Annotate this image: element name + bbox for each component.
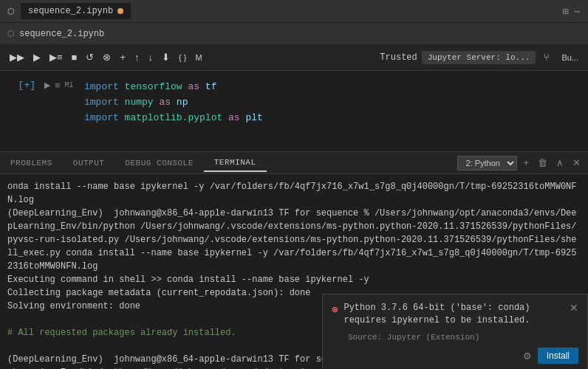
alias-3: plt: [245, 112, 262, 123]
as-2: as: [159, 97, 176, 108]
as-3: as: [228, 112, 245, 123]
cell-area: [+] ▶ ≡ Mi import tensorflow as tf impor…: [0, 71, 588, 152]
error-icon: ⊗: [332, 303, 338, 318]
tab-problems[interactable]: PROBLEMS: [0, 155, 63, 171]
move-up-button[interactable]: ↑: [131, 49, 143, 65]
notification-settings-button[interactable]: ⚙: [523, 351, 532, 362]
notebook-tab[interactable]: sequence_2.ipynb: [21, 3, 131, 19]
move-down-button[interactable]: ↓: [145, 49, 157, 65]
keyword-1: import: [84, 81, 125, 92]
module-1: tensorflow: [125, 81, 188, 92]
busy-indicator[interactable]: Bu...: [558, 51, 582, 64]
export-button[interactable]: ⬇: [158, 49, 174, 65]
variable-explorer-button[interactable]: { }: [175, 51, 190, 64]
cell-gutter: [+]: [0, 77, 44, 91]
menu-bar: ⬡ sequence_2.ipynb: [0, 22, 588, 44]
notification-header: ⊗ Python 3.7.6 64-bit ('base': conda) re…: [332, 302, 578, 327]
restart-run-all-button[interactable]: ▶▶: [6, 49, 28, 65]
kernel-info[interactable]: Jupyter Server: lo...: [422, 51, 536, 64]
panel-tabs: PROBLEMS OUTPUT DEBUG CONSOLE TERMINAL 2…: [0, 152, 588, 174]
alias-2: np: [177, 97, 188, 108]
breadcrumb-label: sequence_2.ipynb: [19, 29, 104, 39]
notification-actions: ⚙ Install: [332, 348, 578, 364]
run-button[interactable]: ▶: [30, 49, 44, 65]
notification-message: Python 3.7.6 64-bit ('base': conda) requ…: [343, 302, 564, 327]
notification-close-button[interactable]: ✕: [570, 302, 578, 314]
code-content: import tensorflow as tf import numpy as …: [81, 77, 588, 128]
add-terminal-button[interactable]: +: [520, 156, 532, 170]
keyword-2: import: [84, 97, 125, 108]
as-1: as: [188, 81, 205, 92]
add-cell-button[interactable]: +: [116, 49, 129, 65]
module-3: matplotlib.pyplot: [125, 112, 228, 123]
file-icon: ⬡: [7, 29, 15, 38]
kernel-mode-button[interactable]: M: [191, 51, 205, 64]
install-button[interactable]: Install: [538, 348, 578, 364]
notification-popup: ⊗ Python 3.7.6 64-bit ('base': conda) re…: [322, 294, 588, 369]
tab-terminal[interactable]: TERMINAL: [204, 154, 267, 172]
notification-source: Source: Jupyter (Extension): [332, 331, 578, 344]
term-line-1: onda install --name base ipykernel -y /v…: [7, 180, 581, 207]
run-all-button[interactable]: ▶≡: [46, 49, 66, 65]
tab-debug-console[interactable]: DEBUG CONSOLE: [114, 155, 203, 171]
code-line-3: import matplotlib.pyplot as plt: [81, 111, 588, 126]
cell-bracket: [+]: [18, 80, 35, 91]
term-line-2: (DeepLearning_Env) johnwang@x86_64-apple…: [7, 207, 581, 273]
trusted-badge[interactable]: Trusted: [380, 52, 417, 63]
cell-toolbar: ▶ ≡ Mi: [44, 77, 81, 94]
term-line-3: Executing command in shell >> conda inst…: [7, 273, 581, 286]
alias-1: tf: [205, 81, 217, 92]
tab-label: sequence_2.ipynb: [28, 6, 113, 16]
git-icon[interactable]: ⑂: [540, 49, 553, 65]
restart-button[interactable]: ↺: [82, 49, 98, 65]
interrupt-button[interactable]: ■: [68, 49, 81, 65]
code-line-1: import tensorflow as tf: [81, 80, 588, 95]
layout-icon[interactable]: ⊞: [562, 5, 568, 18]
panel-controls: 2: Python 1: bash + 🗑 ∧ ✕: [453, 156, 588, 170]
tab-icon: ⬡: [7, 7, 15, 16]
keyword-3: import: [84, 112, 125, 123]
clear-output-button[interactable]: ⊗: [99, 49, 114, 65]
maximize-panel-button[interactable]: ∧: [553, 156, 567, 170]
kill-terminal-button[interactable]: 🗑: [535, 156, 550, 170]
code-line-2: import numpy as np: [81, 95, 588, 111]
more-icon[interactable]: ⋯: [575, 5, 581, 18]
run-cell-button[interactable]: ▶: [44, 80, 50, 90]
title-bar: ⬡ sequence_2.ipynb ⊞ ⋯: [0, 0, 588, 22]
module-2: numpy: [125, 97, 160, 108]
cell-menu-button[interactable]: ≡: [55, 80, 61, 91]
title-icons: ⊞ ⋯: [562, 5, 581, 18]
terminal-area[interactable]: onda install --name base ipykernel -y /v…: [0, 174, 588, 369]
close-panel-button[interactable]: ✕: [570, 156, 584, 170]
kernel-selector[interactable]: 2: Python 1: bash: [457, 156, 517, 170]
toolbar-right: Trusted Jupyter Server: lo... ⑂ Bu...: [380, 49, 582, 65]
modified-dot: [117, 8, 123, 14]
cell-type-label: Mi: [65, 81, 74, 89]
tab-output[interactable]: OUTPUT: [63, 155, 115, 171]
notebook-toolbar: ▶▶ ▶ ▶≡ ■ ↺ ⊗ + ↑ ↓ ⬇ { } M Trusted Jupy…: [0, 44, 588, 71]
jupyter-server-label: Jupyter Server: lo...: [428, 53, 530, 62]
